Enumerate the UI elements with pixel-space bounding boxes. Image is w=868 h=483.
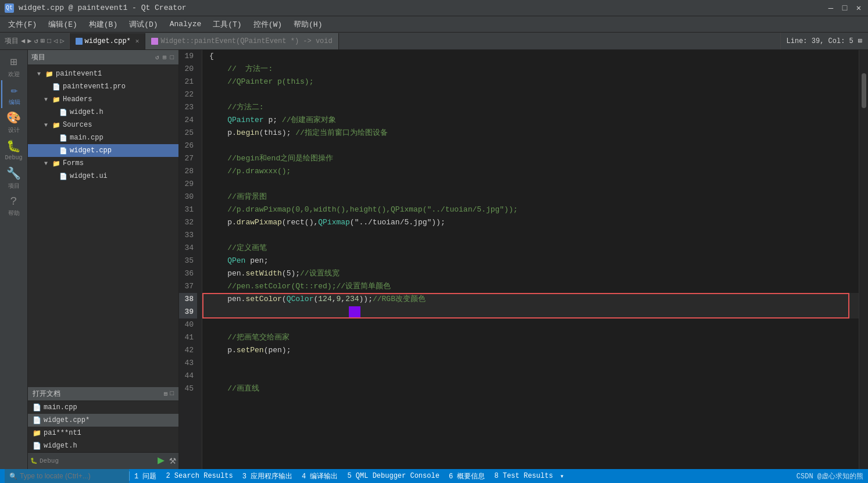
tab-paint-event[interactable]: Widget::paintEvent(QPaintEvent *) -> voi… [145,33,338,49]
status-compile-output[interactable]: 4 编译输出 [297,469,342,483]
status-search-results[interactable]: 2 Search Results [161,469,237,483]
ln-39: 39 [179,306,197,319]
folder-icon-forms: 📁 [52,159,60,167]
h-icon-widget: 📄 [59,108,67,116]
color-preview-box [349,306,360,318]
split-btn[interactable]: ⊞ [41,37,45,45]
nav-right-btn[interactable]: ▷ [60,37,64,45]
panel-btn-2[interactable]: ⊞ [162,53,168,61]
ln-19: 19 [179,50,197,63]
open-doc-maincpp[interactable]: 📄 main.cpp [28,401,178,414]
open-docs-label: 打开文档 [33,389,60,399]
arrow-forms: ▼ [44,160,52,167]
menu-tools[interactable]: 工具(T) [207,18,247,31]
nav-left-btn[interactable]: ◁ [53,37,58,45]
ln-28: 28 [179,165,197,178]
sidebar-btn-help[interactable]: ? 帮助 [1,192,27,220]
tab-icon-paint [151,38,158,45]
maximize-button[interactable]: □ [840,3,849,13]
status-bar: 🔍 1 问题 2 Search Results 3 应用程序输出 4 编译输出 … [0,469,868,483]
status-test-results[interactable]: 8 Test Results [490,469,558,483]
arrow-headers: ▼ [44,96,52,103]
status-app-output[interactable]: 3 应用程序输出 [238,469,297,483]
menu-help[interactable]: 帮助(H) [288,18,328,31]
ln-36: 36 [179,267,197,280]
expand-editor-btn[interactable]: ⊞ [858,37,862,45]
sidebar-btn-debug[interactable]: 🐛 Debug [1,136,27,164]
code-line-38: pen.setColor(QColor(124,9,234));//RGB改变颜… [202,293,859,306]
panel-btn-3[interactable]: □ [169,54,175,61]
sidebar-btn-project[interactable]: 🔧 项目 [1,164,27,192]
code-content[interactable]: { // 方法一: //QPainter p(this); //方法二: QPa… [202,50,859,469]
open-docs-btn-close[interactable]: □ [170,390,174,398]
scrollbar-thumb[interactable] [862,73,866,108]
debug-side-label: Debug [40,457,59,464]
menu-controls[interactable]: 控件(W) [248,18,288,31]
open-doc-icon-widgeth: 📄 [33,442,41,450]
build-button[interactable]: ⚒ [169,455,176,467]
tree-item-paintevent1[interactable]: ▼ 📁 paintevent1 [28,67,178,80]
code-line-45: //画直线 [202,382,859,395]
menu-file[interactable]: 文件(F) [2,18,42,31]
tree-item-paintevent1pro[interactable]: ▶ 📄 paintevent1.pro [28,80,178,93]
scrollbar[interactable] [859,50,868,469]
folder-icon-headers: 📁 [52,95,60,103]
tree-label-forms: Forms [63,159,84,167]
code-line-20: // 方法一: [202,63,859,76]
title-bar: Qt widget.cpp @ paintevent1 - Qt Creator… [0,0,868,16]
minimize-button[interactable]: — [826,3,835,13]
expand-btn[interactable]: □ [47,37,51,45]
nav-back-btn[interactable]: ◀ [21,37,25,45]
tree-item-sources[interactable]: ▼ 📁 Sources [28,119,178,131]
tree-item-headers[interactable]: ▼ 📁 Headers [28,93,178,106]
menu-analyze[interactable]: Analyze [164,19,208,30]
tree-item-widgeth[interactable]: ▶ 📄 widget.h [28,106,178,119]
tree-item-maincpp[interactable]: ▶ 📄 main.cpp [28,131,178,144]
open-docs-btn-split[interactable]: ⊞ [164,390,168,398]
status-overview[interactable]: 6 概要信息 [444,469,490,483]
tree-item-widgetcpp[interactable]: ▶ 📄 widget.cpp [28,144,178,157]
run-btns: ▶ ⚒ [158,455,176,467]
tree-item-widgetui[interactable]: ▶ 📄 widget.ui [28,170,178,183]
sync-btn[interactable]: ↺ [34,37,38,45]
sidebar-btn-design[interactable]: 🎨 设计 [1,108,27,136]
code-line-26 [202,139,859,152]
open-docs-list: 📄 main.cpp 📄 widget.cpp* 📁 pai***nt1 📄 w… [28,401,178,452]
code-line-41: //把画笔交给画家 [202,331,859,344]
open-doc-label-widgeth: widget.h [44,442,77,450]
tree-label-widgeth: widget.h [70,108,103,116]
menu-debug[interactable]: 调试(D) [123,18,163,31]
tree-item-forms[interactable]: ▼ 📁 Forms [28,157,178,170]
code-line-23: //方法二: [202,101,859,114]
code-line-35: QPen pen; [202,255,859,267]
sidebar-btn-welcome[interactable]: ⊞ 欢迎 [1,52,27,80]
code-line-30: //画背景图 [202,191,859,203]
menu-edit[interactable]: 编辑(E) [42,18,83,31]
project-panel: 项目 ↺ ⊞ □ ▼ 📁 paintevent1 ▶ 📄 pa [28,50,178,387]
main-area: ⊞ 欢迎 ✏ 编辑 🎨 设计 🐛 Debug 🔧 项目 ? 帮助 项目 [0,50,868,469]
open-doc-paintnt1[interactable]: 📁 pai***nt1 [28,427,178,439]
tab-widget-cpp[interactable]: widget.cpp* ✕ [70,33,146,49]
open-doc-widgetcpp[interactable]: 📄 widget.cpp* [28,414,178,427]
nav-fwd-btn[interactable]: ▶ [27,37,31,45]
status-problems[interactable]: 1 问题 [130,469,161,483]
run-panel: 🐛 Debug ▶ ⚒ [28,452,178,469]
open-doc-icon-main: 📄 [33,403,41,412]
menu-bar: 文件(F) 编辑(E) 构建(B) 调试(D) Analyze 工具(T) 控件… [0,16,868,33]
status-qml-debugger[interactable]: 5 QML Debugger Console [342,469,444,483]
sidebar-btn-edit[interactable]: ✏ 编辑 [1,80,27,108]
ln-22: 22 [179,88,197,101]
panel-btn-1[interactable]: ↺ [154,53,160,61]
arrow-sources: ▼ [44,122,52,128]
open-doc-widgeth[interactable]: 📄 widget.h [28,439,178,452]
tab-close-widget-cpp[interactable]: ✕ [135,37,140,45]
run-button[interactable]: ▶ [158,455,165,467]
close-button[interactable]: ✕ [854,3,863,13]
menu-build[interactable]: 构建(B) [83,18,123,31]
status-dropdown-icon[interactable]: ▾ [560,472,564,481]
search-area: 🔍 [5,469,129,483]
search-input[interactable] [20,472,124,480]
ln-40: 40 [179,319,197,331]
project-icon: 🔧 [6,166,21,181]
tree-label-widgetui: widget.ui [70,172,108,180]
